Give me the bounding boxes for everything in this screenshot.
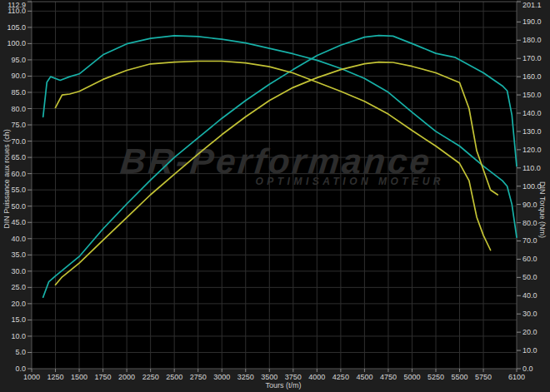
left-tick-label: 10.0 — [11, 332, 26, 340]
right-tick-label: 80.0 — [522, 219, 538, 227]
left-tick-label: 20.0 — [11, 300, 26, 308]
x-tick-label: 4250 — [332, 373, 349, 381]
x-tick-label: 4750 — [380, 373, 397, 381]
x-axis-title: Tours (t/m) — [265, 381, 301, 390]
dyno-chart-canvas: BR-PerformanceOPTIMISATION MOTEUR0.05.01… — [0, 0, 550, 392]
right-tick-label: 40.0 — [522, 291, 538, 300]
right-tick-label: 70.0 — [522, 236, 538, 245]
dyno-chart: BR-PerformanceOPTIMISATION MOTEUR0.05.01… — [0, 0, 550, 392]
right-tick-label: 110.0 — [522, 164, 541, 172]
left-tick-label: 80.0 — [11, 105, 26, 113]
left-tick-label: 70.0 — [11, 137, 26, 146]
x-tick-label: 2250 — [142, 373, 159, 381]
left-tick-label: 35.0 — [11, 251, 26, 259]
right-tick-label: 190.0 — [522, 17, 542, 26]
x-tick-label: 1250 — [48, 373, 64, 381]
left-tick-label: 75.0 — [11, 121, 26, 129]
x-tick-label: 3500 — [261, 373, 278, 381]
x-tick-label: 1000 — [23, 373, 40, 381]
left-tick-label: 30.0 — [11, 267, 26, 275]
x-tick-label: 2500 — [166, 373, 182, 381]
right-tick-label: 0.0 — [522, 365, 533, 373]
right-tick-label: 10.0 — [522, 346, 538, 355]
watermark-tagline: OPTIMISATION MOTEUR — [255, 176, 444, 187]
right-tick-label: 201.1 — [522, 1, 542, 9]
right-tick-label: 150.0 — [522, 91, 542, 99]
left-tick-label: 40.0 — [11, 235, 26, 243]
x-tick-label: 5000 — [403, 373, 420, 381]
x-tick-label: 1750 — [95, 373, 112, 381]
left-tick-label: 85.0 — [11, 88, 26, 97]
right-tick-label: 90.0 — [522, 201, 538, 209]
left-tick-label: 5.0 — [15, 348, 26, 356]
left-tick-label: 45.0 — [11, 218, 26, 226]
left-tick-label: 50.0 — [11, 202, 26, 211]
left-tick-label: 60.0 — [11, 170, 26, 178]
left-tick-label: 112.9 — [8, 1, 26, 9]
right-tick-label: 30.0 — [522, 310, 538, 318]
left-tick-label: 25.0 — [11, 283, 26, 291]
left-axis-title: DIN Puissance aux roues (ch) — [2, 129, 11, 229]
right-tick-label: 180.0 — [522, 36, 542, 44]
watermark-brand: BR-Performance — [118, 141, 433, 181]
left-tick-label: 65.0 — [11, 153, 26, 161]
x-tick-label: 4000 — [308, 373, 325, 381]
right-tick-label: 160.0 — [522, 72, 542, 81]
x-tick-label: 6100 — [508, 373, 525, 381]
left-tick-label: 55.0 — [11, 186, 26, 194]
left-tick-label: 100.0 — [7, 39, 26, 47]
x-tick-label: 5750 — [475, 373, 492, 381]
x-tick-label: 3750 — [285, 373, 302, 381]
x-tick-label: 2000 — [118, 373, 135, 381]
left-tick-label: 90.0 — [11, 72, 26, 80]
x-tick-label: 3000 — [213, 373, 230, 381]
x-tick-label: 3250 — [238, 373, 254, 381]
left-tick-label: 0.0 — [15, 365, 26, 373]
right-tick-label: 50.0 — [522, 273, 538, 281]
left-tick-label: 95.0 — [11, 56, 26, 64]
x-tick-label: 1500 — [71, 373, 88, 381]
left-tick-label: 15.0 — [11, 315, 26, 324]
right-tick-label: 170.0 — [522, 54, 542, 62]
right-tick-label: 140.0 — [522, 109, 542, 117]
right-tick-label: 120.0 — [522, 146, 542, 154]
right-tick-label: 130.0 — [522, 127, 542, 136]
right-tick-label: 60.0 — [522, 255, 538, 263]
x-tick-label: 5500 — [452, 373, 468, 381]
x-tick-label: 2750 — [190, 373, 207, 381]
x-tick-label: 5250 — [428, 373, 444, 381]
right-tick-label: 20.0 — [522, 328, 538, 336]
right-axis-title: DIN Torque (Nm) — [538, 181, 547, 238]
left-tick-label: 105.0 — [7, 23, 26, 32]
x-tick-label: 4500 — [356, 373, 372, 381]
